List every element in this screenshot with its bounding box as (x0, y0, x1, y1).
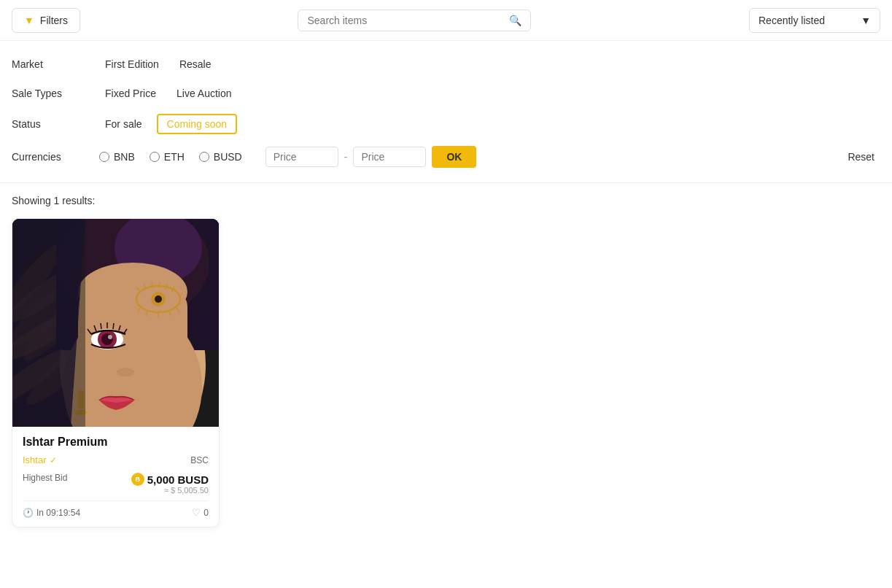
svg-line-21 (152, 282, 152, 288)
likes[interactable]: ♡ 0 (192, 507, 209, 518)
bid-amount: B 5,000 BUSD (131, 473, 209, 486)
card-grid: Ishtar Premium Ishtar ✓ BSC Highest Bid … (12, 218, 880, 527)
price-separator: - (344, 151, 348, 163)
results-section: Showing 1 results: (0, 183, 892, 539)
price-range: - OK (265, 146, 477, 168)
svg-line-22 (159, 282, 160, 288)
chevron-down-icon: ▼ (861, 15, 871, 26)
market-options: First Edition Resale (99, 55, 880, 73)
time-value: In 09:19:54 (36, 508, 80, 518)
svg-point-32 (101, 333, 113, 345)
svg-point-41 (117, 368, 134, 376)
clock-icon: 🕐 (23, 508, 34, 518)
search-box: 🔍 (298, 9, 531, 31)
sale-types-filter-row: Sale Types Fixed Price Live Auction (12, 79, 880, 108)
currencies-label: Currencies (12, 151, 99, 163)
nft-card[interactable]: Ishtar Premium Ishtar ✓ BSC Highest Bid … (12, 218, 220, 527)
nft-card-footer: 🕐 In 09:19:54 ♡ 0 (23, 500, 209, 518)
svg-line-26 (147, 311, 147, 316)
filter-icon: ▼ (24, 15, 34, 26)
bid-label: Highest Bid (23, 473, 67, 483)
time-left: 🕐 In 09:19:54 (23, 508, 80, 518)
eth-radio[interactable] (150, 152, 160, 162)
sale-types-label: Sale Types (12, 88, 99, 99)
bid-value: 5,000 BUSD (147, 473, 209, 486)
eth-label: ETH (164, 151, 185, 163)
bid-usd-value: ≈ $ 5,005.50 (131, 486, 209, 495)
likes-count: 0 (203, 508, 209, 518)
creator-label: Ishtar (23, 454, 47, 465)
nft-card-body: Ishtar Premium Ishtar ✓ BSC Highest Bid … (12, 427, 219, 527)
ok-button[interactable]: OK (432, 146, 476, 168)
busd-label: BUSD (214, 151, 242, 163)
price-max-input[interactable] (353, 147, 426, 167)
search-input[interactable] (307, 15, 503, 26)
status-for-sale[interactable]: For sale (99, 115, 148, 133)
status-options: For sale Coming soon (99, 114, 880, 134)
sale-type-fixed-price[interactable]: Fixed Price (99, 85, 162, 102)
bnb-label: BNB (114, 151, 135, 163)
bnb-radio[interactable] (99, 152, 109, 162)
status-label: Status (12, 118, 99, 130)
svg-line-38 (113, 323, 114, 329)
price-min-input[interactable] (265, 147, 338, 167)
market-label: Market (12, 58, 99, 70)
sale-types-options: Fixed Price Live Auction (99, 85, 880, 102)
blockchain-badge: BSC (190, 455, 209, 465)
filters-section: Market First Edition Resale Sale Types F… (0, 41, 892, 183)
currencies-filter-row: Currencies BNB ETH BUSD - OK Reset (12, 140, 880, 174)
currency-busd[interactable]: BUSD (199, 151, 242, 163)
market-filter-row: Market First Edition Resale (12, 50, 880, 79)
verified-icon: ✓ (50, 455, 57, 465)
sort-label: Recently listed (759, 15, 825, 26)
filters-button[interactable]: ▼ Filters (12, 8, 80, 33)
market-option-first-edition[interactable]: First Edition (99, 55, 165, 73)
svg-point-18 (155, 295, 162, 303)
nft-card-image (12, 219, 219, 427)
svg-point-33 (108, 335, 112, 339)
nft-card-creator-row: Ishtar ✓ BSC (23, 454, 209, 465)
top-bar: ▼ Filters 🔍 Recently listed ▼ (0, 0, 892, 41)
results-count: Showing 1 results: (12, 195, 880, 206)
sort-dropdown[interactable]: Recently listed ▼ (749, 8, 880, 33)
currency-options: BNB ETH BUSD - OK Reset (99, 146, 880, 168)
search-icon: 🔍 (509, 15, 521, 26)
sale-type-live-auction[interactable]: Live Auction (171, 85, 238, 102)
market-option-resale[interactable]: Resale (174, 55, 217, 73)
busd-coin-icon: B (131, 473, 144, 486)
reset-button[interactable]: Reset (848, 151, 874, 163)
svg-line-36 (101, 323, 101, 329)
currency-bnb[interactable]: BNB (99, 151, 135, 163)
bid-row: Highest Bid B 5,000 BUSD ≈ $ 5,005.50 (23, 473, 209, 495)
nft-card-title: Ishtar Premium (23, 436, 209, 449)
currency-eth[interactable]: ETH (150, 151, 185, 163)
filters-label: Filters (40, 15, 68, 26)
status-filter-row: Status For sale Coming soon (12, 108, 880, 140)
creator-name[interactable]: Ishtar ✓ (23, 454, 57, 465)
svg-point-15 (78, 263, 187, 321)
status-coming-soon[interactable]: Coming soon (157, 114, 238, 134)
busd-radio[interactable] (199, 152, 209, 162)
heart-icon: ♡ (192, 507, 201, 518)
